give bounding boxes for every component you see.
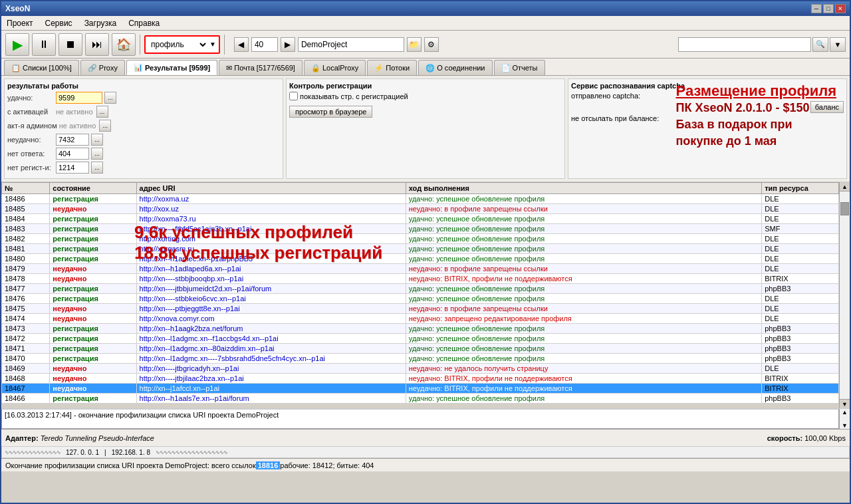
play-button[interactable]: ▶ bbox=[5, 33, 29, 56]
table-row[interactable]: 18481 регистрация http://xorgasm.ru удач… bbox=[2, 244, 839, 254]
table-row[interactable]: 18485 неудачно http://xox.uz неудачно: в… bbox=[2, 204, 839, 214]
tab-lists[interactable]: 📋 Списки [100%] bbox=[4, 60, 79, 75]
fail-section: неудачно: ... нет ответа: ... нет регист… bbox=[7, 134, 280, 176]
cell-status: неудачно bbox=[50, 304, 136, 314]
table-row[interactable]: 18480 регистрация http://xn--h1amec.xn--… bbox=[2, 254, 839, 264]
table-scroll-area: № состояние адрес URI ход выполнения тип… bbox=[1, 182, 839, 408]
search-input[interactable] bbox=[678, 37, 811, 52]
project-settings-button[interactable]: ⚙ bbox=[424, 37, 439, 52]
table-row[interactable]: 18468 неудачно http://xn----jtbjilаас2bz… bbox=[2, 374, 839, 384]
activation-details-button[interactable]: ... bbox=[96, 106, 108, 118]
table-row[interactable]: 18469 неудачно http://xn----jtbgricadyh.… bbox=[2, 364, 839, 374]
table-row[interactable]: 18486 регистрация http://xoxma.uz удачно… bbox=[2, 194, 839, 204]
speed-value: 100,00 Kbps bbox=[804, 434, 846, 442]
cell-type: BITRIX bbox=[762, 374, 839, 384]
table-row[interactable]: 18474 неудачно http://xnova.comyr.com не… bbox=[2, 314, 839, 324]
tab-proxy[interactable]: 🔗 Proxy bbox=[80, 60, 125, 75]
tab-reports[interactable]: 📄 Отчеты bbox=[494, 60, 545, 75]
search-options-button[interactable]: ▼ bbox=[830, 37, 846, 52]
menu-load[interactable]: Загрузка bbox=[82, 18, 120, 29]
dropdown-arrow-icon[interactable]: ▼ bbox=[209, 41, 216, 48]
close-button[interactable]: ✕ bbox=[835, 4, 846, 13]
cell-num: 18485 bbox=[2, 204, 50, 214]
fail-label: неудачно: bbox=[7, 136, 54, 144]
skip-button[interactable]: ⏭ bbox=[85, 33, 109, 56]
cell-status: регистрация bbox=[50, 254, 136, 264]
log-scrollbar[interactable]: ▲ ▼ bbox=[839, 409, 850, 429]
no-reg-input[interactable] bbox=[56, 162, 89, 174]
tab-mail[interactable]: ✉ Почта [5177/6569] bbox=[219, 60, 303, 75]
no-response-input[interactable] bbox=[56, 148, 89, 160]
search-button[interactable]: 🔍 bbox=[812, 37, 828, 52]
cell-num: 18471 bbox=[2, 344, 50, 354]
scroll-thumb[interactable] bbox=[840, 202, 849, 215]
log-scroll-up[interactable]: ▲ bbox=[840, 409, 850, 416]
table-row[interactable]: 18467 неудачно http://xn--j1afccl.xn--p1… bbox=[2, 384, 839, 394]
stop-button[interactable]: ⏹ bbox=[59, 33, 82, 56]
menu-project[interactable]: Проект bbox=[4, 18, 36, 29]
show-reg-checkbox[interactable] bbox=[289, 92, 298, 100]
fail-details-button[interactable]: ... bbox=[91, 134, 103, 146]
project-prev-icon[interactable]: ◀ bbox=[234, 37, 249, 52]
profile-dropdown[interactable]: профиль ▼ bbox=[144, 35, 220, 54]
cell-type: DLE bbox=[762, 294, 839, 304]
bottom-highlight: 18816 bbox=[256, 461, 281, 469]
tab-localproxy[interactable]: 🔒 LocalProxy bbox=[304, 60, 366, 75]
table-wrapper[interactable]: № состояние адрес URI ход выполнения тип… bbox=[1, 182, 839, 408]
tab-streams[interactable]: ⚡ Потоки bbox=[367, 60, 417, 75]
table-row[interactable]: 18472 регистрация http://xn--l1adgmc.xn-… bbox=[2, 334, 839, 344]
table-row[interactable]: 18473 регистрация http://xn--h1aagk2bza.… bbox=[2, 324, 839, 334]
promo-overlay-2: 9,6к успешных профилей 18,8к успешных ре… bbox=[134, 222, 382, 263]
table-row[interactable]: 18475 неудачно http://xn----ptbjeggtt8e.… bbox=[2, 304, 839, 314]
no-reg-details-button[interactable]: ... bbox=[91, 162, 103, 174]
table-row[interactable]: 18483 регистрация http://xn----ftbfd5ac1… bbox=[2, 224, 839, 234]
menu-help[interactable]: Справка bbox=[126, 18, 162, 29]
cell-progress: удачно: успешное обновление профиля bbox=[406, 194, 761, 204]
cell-status: неудачно bbox=[50, 314, 136, 324]
fail-input[interactable] bbox=[56, 134, 89, 146]
maximize-button[interactable]: □ bbox=[823, 4, 834, 13]
promo-title: Размещение профиля bbox=[676, 82, 837, 100]
admin-details-button[interactable]: ... bbox=[99, 120, 111, 132]
browser-view-button[interactable]: просмотр в браузере bbox=[289, 106, 372, 118]
col-uri: адрес URI bbox=[136, 183, 406, 194]
log-scroll-down[interactable]: ▼ bbox=[840, 422, 850, 429]
table-row[interactable]: 18466 регистрация http://xn--h1aals7e.xn… bbox=[2, 394, 839, 404]
table-row[interactable]: 18484 регистрация http://xoxma73.ru удач… bbox=[2, 214, 839, 224]
table-row[interactable]: 18478 неудачно http://xn----stbbjbooqbp.… bbox=[2, 274, 839, 284]
minimize-button[interactable]: ─ bbox=[811, 4, 822, 13]
table-scrollbar[interactable]: ▲ ▼ bbox=[839, 182, 850, 408]
project-open-button[interactable]: 📁 bbox=[407, 37, 422, 52]
captcha-title: Контроль регистрации bbox=[289, 82, 562, 90]
table-header-row: № состояние адрес URI ход выполнения тип… bbox=[2, 183, 839, 194]
log-text: [16.03.2013 2:17:44] - окончание профили… bbox=[1, 409, 839, 429]
pause-button[interactable]: ⏸ bbox=[32, 33, 56, 56]
table-row[interactable]: 18471 регистрация http://xn--l1adgmc.xn-… bbox=[2, 344, 839, 354]
table-row[interactable]: 18476 регистрация http://xn----stbbkeio6… bbox=[2, 294, 839, 304]
project-count-input[interactable] bbox=[251, 37, 278, 52]
project-name-input[interactable] bbox=[298, 37, 404, 52]
home-button[interactable]: 🏠 bbox=[112, 33, 136, 56]
table-body: 18486 регистрация http://xoxma.uz удачно… bbox=[2, 194, 839, 404]
table-row[interactable]: 18470 регистрация http://xn--l1adgmc.xn-… bbox=[2, 354, 839, 364]
log-section: [16.03.2013 2:17:44] - окончание профили… bbox=[1, 408, 850, 429]
cell-progress: неудачно: запрещено редактирование профи… bbox=[406, 314, 761, 324]
table-row[interactable]: 18477 регистрация http://xn----jtbbjumei… bbox=[2, 284, 839, 294]
table-row[interactable]: 18479 неудачно http://xn--h1adlaped6a.xn… bbox=[2, 264, 839, 274]
cell-status: неудачно bbox=[50, 274, 136, 284]
menu-service[interactable]: Сервис bbox=[43, 18, 75, 29]
success-details-button[interactable]: ... bbox=[104, 92, 116, 104]
table-container: № состояние адрес URI ход выполнения тип… bbox=[1, 182, 850, 408]
tab-results[interactable]: 📊 Результаты [9599] bbox=[126, 60, 217, 75]
menu-bar: Проект Сервис Загрузка Справка bbox=[1, 16, 850, 31]
scroll-up-button[interactable]: ▲ bbox=[840, 182, 850, 191]
table-row[interactable]: 18482 регистрация http://xorting.com уда… bbox=[2, 234, 839, 244]
cell-status: регистрация bbox=[50, 394, 136, 404]
no-response-details-button[interactable]: ... bbox=[91, 148, 103, 160]
tab-connection[interactable]: 🌐 О соединении bbox=[418, 60, 492, 75]
cell-num: 18474 bbox=[2, 314, 50, 324]
success-input[interactable] bbox=[56, 92, 102, 104]
profile-select[interactable]: профиль bbox=[148, 39, 208, 50]
scroll-down-button[interactable]: ▼ bbox=[840, 399, 850, 408]
project-next-icon[interactable]: ▶ bbox=[281, 37, 295, 52]
